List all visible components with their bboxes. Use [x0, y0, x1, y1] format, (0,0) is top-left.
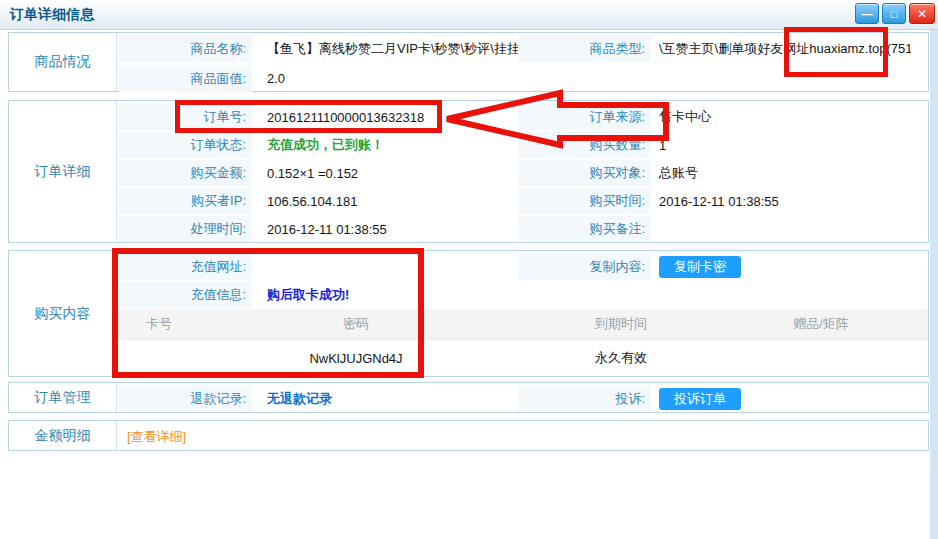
maximize-button[interactable]: □ — [882, 3, 906, 24]
row-order-4: 处理时间: 2016-12-11 01:38:55 购买备注: — [117, 215, 928, 243]
order-status-label: 订单状态: — [119, 132, 252, 158]
page-title: 订单详细信息 — [10, 6, 94, 24]
recharge-url-label: 充值网址: — [119, 254, 252, 280]
row-order-2: 购买金额: 0.152×1 =0.152 购买对象: 总账号 — [117, 159, 928, 187]
section-purchase: 购买内容 充值网址: 复制内容: 复制卡密 充值信息: 购后取卡成功! 卡号 密… — [8, 250, 929, 377]
section-purchase-title: 购买内容 — [9, 251, 117, 376]
buy-quantity-label: 购买数量: — [518, 132, 651, 158]
section-manage-body: 退款记录: 无退款记录 投诉: 投诉订单 — [117, 383, 928, 412]
gift-matrix-header: 赠品/矩阵 — [731, 315, 911, 333]
complain-order-button[interactable]: 投诉订单 — [659, 388, 741, 410]
section-product-body: 商品名称: 【鱼飞】离线秒赞二月VIP卡\秒赞\秒评\挂挂 商品类型: \互赞主… — [117, 33, 928, 91]
section-product-title: 商品情况 — [9, 33, 117, 91]
row-refund: 退款记录: 无退款记录 投诉: 投诉订单 — [117, 384, 928, 413]
order-number-label: 订单号: — [119, 104, 252, 130]
product-face-value: 2.0 — [267, 64, 285, 93]
section-order: 订单详细 订单号: 2016121110000013632318 订单来源: 售… — [8, 100, 929, 243]
card-table-row: NwKlJUJGNd4J 永久有效 — [117, 339, 928, 376]
row-amount-detail: [查看详细] — [117, 422, 928, 451]
section-product: 商品情况 商品名称: 【鱼飞】离线秒赞二月VIP卡\秒赞\秒评\挂挂 商品类型:… — [8, 32, 929, 92]
buy-time-label: 购买时间: — [518, 188, 651, 214]
close-icon: ✕ — [917, 7, 927, 21]
order-status-value: 充值成功，已到账！ — [267, 131, 384, 159]
row-order-3: 购买者IP: 106.56.104.181 购买时间: 2016-12-11 0… — [117, 187, 928, 215]
recharge-info-value: 购后取卡成功! — [267, 281, 349, 309]
right-edge-strip — [930, 30, 938, 539]
order-source-label: 订单来源: — [518, 104, 651, 130]
minimize-icon: — — [862, 8, 873, 20]
section-amount: 金额明细 [查看详细] — [8, 420, 929, 451]
row-recharge-info: 充值信息: 购后取卡成功! — [117, 281, 928, 309]
buyer-ip-value: 106.56.104.181 — [267, 187, 357, 215]
process-time-label: 处理时间: — [119, 216, 252, 242]
expire-time-header: 到期时间 — [511, 315, 731, 333]
refund-record-label: 退款记录: — [119, 385, 252, 412]
card-password-cell: NwKlJUJGNd4J — [201, 351, 511, 366]
copy-card-secret-button[interactable]: 复制卡密 — [659, 256, 741, 278]
complaint-label: 投诉: — [518, 385, 651, 412]
card-password-header: 密码 — [201, 315, 511, 333]
expire-time-cell: 永久有效 — [511, 349, 731, 367]
section-order-title: 订单详细 — [9, 101, 117, 242]
product-type-value: \互赞主页\删单项好友网址huaxiamz.top(7517 — [659, 34, 911, 63]
section-amount-title: 金额明细 — [9, 421, 117, 450]
row-product-name: 商品名称: 【鱼飞】离线秒赞二月VIP卡\秒赞\秒评\挂挂 商品类型: \互赞主… — [117, 34, 928, 63]
product-name-value: 【鱼飞】离线秒赞二月VIP卡\秒赞\秒评\挂挂 — [267, 34, 520, 63]
process-time-value: 2016-12-11 01:38:55 — [267, 215, 387, 243]
window-controls: — □ ✕ — [855, 3, 935, 24]
row-recharge-url: 充值网址: 复制内容: 复制卡密 — [117, 253, 928, 281]
product-face-label: 商品面值: — [119, 65, 252, 92]
card-table-header: 卡号 密码 到期时间 赠品/矩阵 — [117, 309, 928, 339]
buy-target-value: 总账号 — [659, 159, 698, 187]
row-order-1: 订单状态: 充值成功，已到账！ 购买数量: 1 — [117, 131, 928, 159]
row-product-face: 商品面值: 2.0 — [117, 64, 928, 93]
buy-quantity-value: 1 — [659, 131, 666, 159]
card-number-header: 卡号 — [117, 315, 201, 333]
minimize-button[interactable]: — — [855, 3, 879, 24]
section-manage-title: 订单管理 — [9, 383, 117, 412]
buy-amount-value: 0.152×1 =0.152 — [267, 159, 358, 187]
copy-content-label: 复制内容: — [518, 254, 651, 280]
product-type-label: 商品类型: — [518, 35, 651, 62]
refund-record-value: 无退款记录 — [267, 384, 332, 413]
close-button[interactable]: ✕ — [909, 3, 935, 24]
buy-target-label: 购买对象: — [518, 160, 651, 186]
buy-time-value: 2016-12-11 01:38:55 — [659, 187, 779, 215]
view-detail-link[interactable]: [查看详细] — [127, 422, 186, 451]
buy-amount-label: 购买金额: — [119, 160, 252, 186]
section-order-body: 订单号: 2016121110000013632318 订单来源: 售卡中心 订… — [117, 101, 928, 242]
buy-note-label: 购买备注: — [518, 216, 651, 242]
order-source-value: 售卡中心 — [659, 103, 711, 131]
maximize-icon: □ — [891, 8, 898, 20]
order-number-value: 2016121110000013632318 — [267, 103, 424, 131]
window-titlebar: 订单详细信息 — □ ✕ — [0, 0, 938, 30]
buyer-ip-label: 购买者IP: — [119, 188, 252, 214]
section-purchase-body: 充值网址: 复制内容: 复制卡密 充值信息: 购后取卡成功! 卡号 密码 到期时… — [117, 251, 928, 376]
section-amount-body: [查看详细] — [117, 421, 928, 450]
product-name-label: 商品名称: — [119, 35, 252, 62]
section-manage: 订单管理 退款记录: 无退款记录 投诉: 投诉订单 — [8, 382, 929, 413]
row-order-0: 订单号: 2016121110000013632318 订单来源: 售卡中心 — [117, 103, 928, 131]
recharge-info-label: 充值信息: — [119, 282, 252, 308]
